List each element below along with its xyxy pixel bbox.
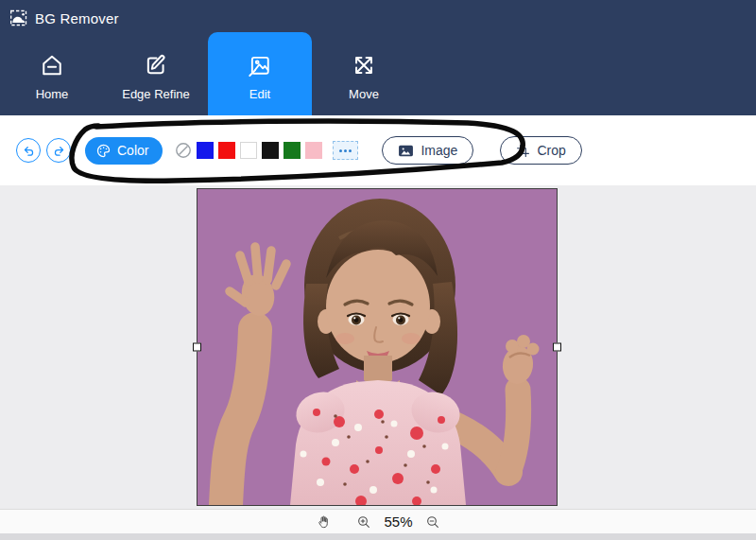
photo-layer[interactable] (197, 188, 558, 506)
tab-home-label: Home (36, 87, 69, 101)
tab-edge-refine-label: Edge Refine (122, 87, 190, 101)
bg-remover-logo-icon (9, 9, 28, 27)
redo-arrow-icon (52, 144, 66, 158)
edit-toolbar: Color Image (0, 115, 756, 185)
image-button-label: Image (421, 143, 457, 158)
move-icon (351, 52, 377, 78)
zoom-statusbar: 55% (0, 509, 756, 533)
edit-image-icon (247, 52, 273, 78)
tab-move[interactable]: Move (312, 32, 416, 115)
app-header: BG Remover Home Edge Refine (0, 0, 756, 115)
nav-tabs: Home Edge Refine Edit (0, 32, 416, 115)
color-swatch-green[interactable] (284, 142, 301, 159)
crop-icon (516, 144, 530, 158)
bg-remover-app: BG Remover Home Edge Refine (0, 0, 756, 540)
editor-canvas[interactable] (0, 185, 756, 509)
selection-handle-right[interactable] (553, 343, 561, 352)
crop-button[interactable]: Crop (500, 136, 581, 165)
color-swatch-row (175, 141, 358, 160)
pan-hand-button[interactable] (316, 514, 331, 530)
tab-edit-label: Edit (249, 87, 270, 101)
selection-handle-left[interactable] (193, 343, 201, 352)
color-swatch-blue[interactable] (197, 142, 214, 159)
photo-subject (198, 189, 557, 505)
tab-home[interactable]: Home (0, 32, 104, 115)
more-colors-icon (349, 149, 352, 152)
redo-button[interactable] (46, 138, 71, 163)
tab-move-label: Move (349, 87, 379, 101)
tab-edit[interactable]: Edit (208, 32, 312, 115)
more-colors-button[interactable] (333, 141, 358, 160)
palette-icon (95, 143, 112, 159)
crop-button-label: Crop (537, 143, 565, 158)
undo-button[interactable] (16, 138, 41, 163)
color-swatch-black[interactable] (262, 142, 279, 159)
zoom-level-value: 55% (384, 514, 412, 530)
app-title: BG Remover (35, 10, 119, 26)
edge-refine-icon (143, 52, 169, 78)
zoom-out-icon (425, 514, 440, 530)
image-button[interactable]: Image (382, 136, 473, 165)
color-swatch-white[interactable] (240, 142, 257, 159)
color-button-label: Color (117, 143, 148, 158)
undo-arrow-icon (22, 144, 36, 158)
more-colors-icon (344, 149, 347, 152)
color-swatch-red[interactable] (218, 142, 235, 159)
color-swatch-pink[interactable] (305, 142, 322, 159)
image-icon (398, 144, 414, 158)
home-icon (39, 52, 65, 78)
hand-icon (316, 514, 331, 530)
zoom-out-button[interactable] (425, 514, 440, 530)
tab-edge-refine[interactable]: Edge Refine (104, 32, 208, 115)
app-logo: BG Remover (9, 9, 119, 27)
zoom-in-icon (356, 514, 371, 530)
more-colors-icon (339, 149, 342, 152)
footer-strip (0, 533, 756, 540)
color-swatch-none[interactable] (175, 142, 192, 159)
color-button[interactable]: Color (85, 137, 163, 165)
zoom-in-button[interactable] (356, 514, 371, 530)
